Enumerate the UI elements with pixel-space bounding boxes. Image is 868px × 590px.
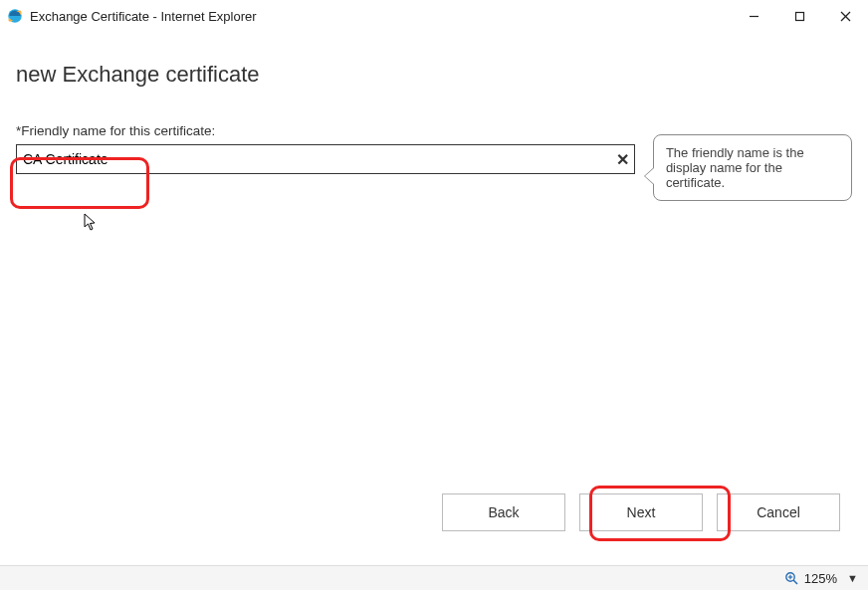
zoom-icon[interactable] <box>784 571 798 585</box>
internet-explorer-icon <box>6 7 24 25</box>
window-titlebar: Exchange Certificate - Internet Explorer <box>0 0 868 32</box>
mouse-cursor-icon <box>84 213 98 233</box>
page-title: new Exchange certificate <box>16 62 852 88</box>
cancel-button[interactable]: Cancel <box>717 493 840 531</box>
wizard-footer: Back Next Cancel <box>0 493 868 531</box>
zoom-dropdown-icon[interactable]: ▼ <box>847 572 858 584</box>
page-content: new Exchange certificate *Friendly name … <box>0 32 868 201</box>
friendly-name-field[interactable] <box>16 144 635 174</box>
status-bar: 125% ▼ <box>0 565 868 590</box>
tooltip-bubble: The friendly name is the display name fo… <box>653 134 852 201</box>
svg-rect-2 <box>795 12 803 20</box>
close-button[interactable] <box>822 0 868 32</box>
svg-line-6 <box>793 580 797 584</box>
clear-input-icon[interactable]: ✕ <box>616 150 629 169</box>
next-button[interactable]: Next <box>579 493 703 531</box>
back-button[interactable]: Back <box>442 493 565 531</box>
maximize-button[interactable] <box>776 0 822 32</box>
tooltip-text: The friendly name is the display name fo… <box>666 145 804 190</box>
friendly-name-input-wrap: ✕ <box>16 144 635 174</box>
zoom-level[interactable]: 125% <box>804 571 837 586</box>
window-title: Exchange Certificate - Internet Explorer <box>30 9 257 24</box>
minimize-button[interactable] <box>731 0 776 32</box>
